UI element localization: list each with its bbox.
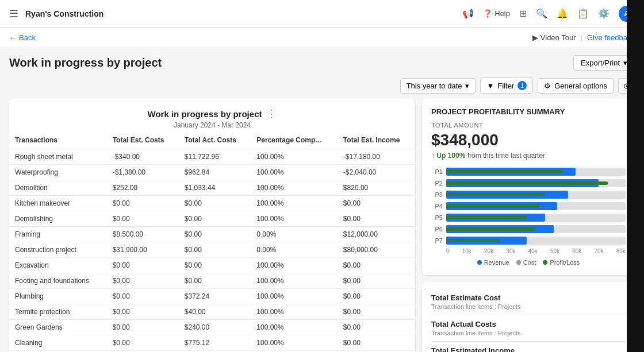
- filter-badge: 1: [518, 81, 527, 90]
- legend-label: Profit/Loss: [550, 259, 580, 266]
- chevron-down-icon: ▾: [465, 82, 469, 90]
- table-row: Framing$8,500.00$0.000.00%$12,000.00: [9, 227, 415, 242]
- legend-dot: [477, 260, 482, 265]
- table-cell: 100.00%: [251, 196, 338, 211]
- table-cell: -$2,040.00: [338, 165, 415, 180]
- chart-row-label: P1: [431, 168, 443, 175]
- back-link[interactable]: ← Back: [9, 33, 36, 42]
- bar-profit: [446, 204, 539, 208]
- transaction-name: Demolition: [9, 180, 107, 196]
- table-cell: 0.00%: [251, 227, 338, 242]
- table-title: Work in progress by project: [148, 109, 262, 119]
- table-cell: $0.00: [179, 211, 251, 227]
- up-indicator: ↑ Up 100%: [431, 152, 465, 160]
- table-cell: $31,900.00: [107, 242, 179, 258]
- broadcast-icon[interactable]: 📢: [462, 8, 474, 19]
- table-row: Plumbing$0.00$372.24100.00%$0.00: [9, 289, 415, 304]
- table-row: Footing and foundations$0.00$0.00100.00%…: [9, 273, 415, 289]
- summary-item-title: Total Estimated Income: [431, 346, 626, 352]
- clipboard-icon[interactable]: 📋: [577, 8, 589, 19]
- chart-axis: 0 10k 20k 30k 40k 50k 60k 70k 80k: [431, 248, 626, 254]
- table-cell: $0.00: [107, 258, 179, 273]
- summary-item: Total Estimated Income: [431, 342, 626, 352]
- transactions-table: Transactions Total Est. Costs Total Act.…: [9, 131, 415, 352]
- chart-row: P5: [431, 214, 626, 222]
- table-cell: $820.00: [338, 180, 415, 196]
- transaction-name: Framing: [9, 227, 107, 242]
- transaction-name: Excavation: [9, 258, 107, 273]
- table-cell: $0.00: [179, 258, 251, 273]
- bar-profit: [446, 227, 536, 231]
- transaction-name: Plumbing: [9, 289, 107, 304]
- general-options-button[interactable]: ⚙ General options: [538, 78, 614, 94]
- chart-bars-container: [446, 214, 626, 222]
- table-row: Termite protection$0.00$40.00100.00%$0.0…: [9, 304, 415, 320]
- total-amount-label: Total Amount: [431, 122, 626, 129]
- summary-item: Total Estimate CostTransaction line item…: [431, 289, 626, 315]
- table-cell: -$17,180.00: [338, 149, 415, 165]
- main-content: Work in progress by project ⋮ January 20…: [0, 98, 644, 352]
- table-cell: $240.00: [179, 320, 251, 335]
- right-panel: PROJECT PROFITABILITY SUMMARY Total Amou…: [422, 98, 635, 352]
- dark-edge: [627, 0, 644, 352]
- table-options-icon[interactable]: ⋮: [266, 107, 277, 120]
- date-filter-button[interactable]: This year to date ▾: [400, 78, 476, 94]
- table-cell: $0.00: [338, 273, 415, 289]
- bar-profit: [446, 239, 500, 242]
- chart-row: P6: [431, 225, 626, 233]
- table-panel: Work in progress by project ⋮ January 20…: [9, 98, 415, 352]
- gear-icon[interactable]: ⚙️: [598, 8, 610, 19]
- table-cell: $962.84: [179, 165, 251, 180]
- change-text: ↑ Up 100% from this time last quarter: [431, 152, 626, 160]
- table-row: Demolishing$0.00$0.00100.00%$0.00: [9, 211, 415, 227]
- transaction-name: Footing and foundations: [9, 273, 107, 289]
- export-print-button[interactable]: Export/Print ▾: [573, 55, 635, 71]
- table-cell: 100.00%: [251, 304, 338, 320]
- table-cell: -$1,380.00: [107, 165, 179, 180]
- help-button[interactable]: ❓ Help: [483, 9, 510, 18]
- table-cell: $0.00: [107, 211, 179, 227]
- filter-button[interactable]: ▼ Filter 1: [480, 78, 533, 94]
- table-cell: $0.00: [338, 196, 415, 211]
- chart-row-label: P6: [431, 226, 443, 233]
- table-row: Green Gardens$0.00$240.00100.00%$0.00: [9, 320, 415, 335]
- chart-row: P7: [431, 237, 626, 245]
- search-icon[interactable]: 🔍: [536, 8, 547, 19]
- table-cell: $40.00: [179, 304, 251, 320]
- table-cell: $0.00: [179, 196, 251, 211]
- chart-row-label: P7: [431, 237, 443, 244]
- bar-profit: [446, 170, 563, 173]
- bell-icon[interactable]: 🔔: [557, 8, 568, 19]
- table-cell: $8,500.00: [107, 227, 179, 242]
- table-row: Waterproofing-$1,380.00$962.84100.00%-$2…: [9, 165, 415, 180]
- chart-legend: RevenueCostProfit/Loss: [431, 259, 626, 266]
- table-row: Excavation$0.00$0.00100.00%$0.00: [9, 258, 415, 273]
- table-row: Demolition$252.00$1,033.44100.00%$820.00: [9, 180, 415, 196]
- table-subtitle: January 2024 - Mar 2024: [18, 121, 406, 129]
- apps-icon[interactable]: ⊞: [519, 8, 527, 19]
- chart-row-label: P4: [431, 203, 443, 210]
- transaction-name: Green Gardens: [9, 320, 107, 335]
- legend-label: Cost: [523, 259, 536, 266]
- help-circle-icon: ❓: [483, 9, 492, 18]
- table-cell: 100.00%: [251, 258, 338, 273]
- summary-item: Total Actual CostsTransaction line items…: [431, 315, 626, 342]
- table-cell: $0.00: [338, 320, 415, 335]
- table-cell: $12,000.00: [338, 227, 415, 242]
- arrow-left-icon: ←: [9, 33, 17, 42]
- sliders-icon: ⚙: [544, 82, 551, 90]
- chart-bars-container: [446, 168, 626, 176]
- video-tour-button[interactable]: ▶ Video Tour: [532, 33, 576, 42]
- table-cell: -$340.00: [107, 149, 179, 165]
- legend-item: Profit/Loss: [543, 259, 580, 266]
- chart-row-label: P3: [431, 191, 443, 198]
- menu-icon[interactable]: ☰: [9, 7, 18, 20]
- legend-item: Revenue: [477, 259, 509, 266]
- table-cell: 100.00%: [251, 289, 338, 304]
- legend-dot: [516, 260, 521, 265]
- table-cell: $0.00: [179, 273, 251, 289]
- table-cell: $252.00: [107, 180, 179, 196]
- change-description: from this time last quarter: [467, 152, 545, 160]
- table-cell: $0.00: [179, 227, 251, 242]
- table-cell: $11,722.96: [179, 149, 251, 165]
